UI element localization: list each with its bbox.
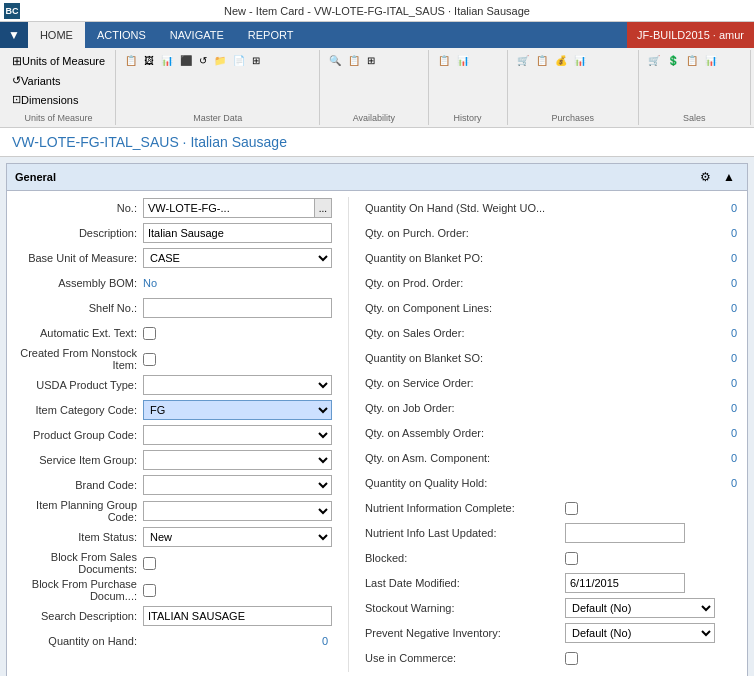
checkbox-block-purchase[interactable] (143, 584, 156, 597)
checkbox-use-in-commerce[interactable] (565, 652, 578, 665)
variants-btn[interactable]: ↺ Variants (8, 72, 65, 89)
value-qty-asm-component: 0 (565, 452, 741, 464)
sales-btn-2[interactable]: 💲 (664, 52, 682, 69)
field-qty-blanket-po: Quantity on Blanket PO: 0 (365, 247, 741, 269)
icon-btn-3[interactable]: 📊 (158, 52, 176, 69)
label-item-status: Item Status: (13, 531, 143, 543)
tab-home[interactable]: HOME (28, 22, 85, 48)
card-collapse-btn[interactable]: ▲ (719, 168, 739, 186)
icon-btn-7[interactable]: 📄 (230, 52, 248, 69)
input-shelf-no[interactable] (143, 298, 332, 318)
purch-btn-3[interactable]: 💰 (552, 52, 570, 69)
label-assembly-bom: Assembly BOM: (13, 277, 143, 289)
field-last-date-modified: Last Date Modified: (365, 572, 741, 594)
input-search-desc[interactable] (143, 606, 332, 626)
dimensions-btn[interactable]: ⊡ Dimensions (8, 91, 82, 108)
checkbox-nutrient-complete[interactable] (565, 502, 578, 515)
no-lookup-btn[interactable]: ... (314, 198, 332, 218)
field-use-in-commerce: Use in Commerce: (365, 647, 741, 669)
checkbox-created-nonstock[interactable] (143, 353, 156, 366)
label-search-desc: Search Description: (13, 610, 143, 622)
value-assembly-bom[interactable]: No (143, 277, 332, 289)
group-label-availability: Availability (326, 111, 421, 123)
select-prevent-negative[interactable]: Default (No) (565, 623, 715, 643)
value-qty-sales-order: 0 (565, 327, 741, 339)
form-col-right: Quantity On Hand (Std. Weight UO... 0 Qt… (348, 197, 741, 672)
icon-btn-2[interactable]: 🖼 (141, 52, 157, 69)
form-area: General ⚙ ▲ No.: ... (0, 157, 754, 676)
group-label-units: Units of Measure (25, 111, 93, 123)
label-description: Description: (13, 227, 143, 239)
label-item-category: Item Category Code: (13, 404, 143, 416)
units-of-measure-btn[interactable]: ⊞ Units of Measure (8, 52, 109, 70)
ribbon-dropdown-btn[interactable]: ▼ (0, 22, 28, 48)
checkbox-auto-ext-text[interactable] (143, 327, 156, 340)
label-block-purchase: Block From Purchase Docum...: (13, 578, 143, 602)
sales-btn-3[interactable]: 📋 (683, 52, 701, 69)
value-qty-on-hand: 0 (143, 635, 332, 647)
input-nutrient-updated[interactable] (565, 523, 685, 543)
value-qty-quality-hold: 0 (565, 477, 741, 489)
field-block-purchase: Block From Purchase Docum...: (13, 578, 332, 602)
avail-btn-2[interactable]: 📋 (345, 52, 363, 69)
sales-btn-1[interactable]: 🛒 (645, 52, 663, 69)
hist-btn-1[interactable]: 📋 (435, 52, 453, 69)
select-brand-code[interactable] (143, 475, 332, 495)
checkbox-block-sales[interactable] (143, 557, 156, 570)
label-prevent-negative: Prevent Negative Inventory: (365, 627, 565, 639)
label-qty-blanket-so: Quantity on Blanket SO: (365, 352, 565, 364)
icon-btn-1[interactable]: 📋 (122, 52, 140, 69)
field-prevent-negative: Prevent Negative Inventory: Default (No) (365, 622, 741, 644)
field-item-status: Item Status: New (13, 526, 332, 548)
units-btn-row: ⊞ Units of Measure (8, 52, 109, 70)
group-label-purchases: Purchases (514, 111, 633, 123)
sales-btn-4[interactable]: 📊 (702, 52, 720, 69)
select-item-status[interactable]: New (143, 527, 332, 547)
avail-btn-1[interactable]: 🔍 (326, 52, 344, 69)
field-stockout-warning: Stockout Warning: Default (No) (365, 597, 741, 619)
card-settings-btn[interactable]: ⚙ (696, 168, 715, 186)
general-card: General ⚙ ▲ No.: ... (6, 163, 748, 676)
select-planning-group[interactable] (143, 501, 332, 521)
ribbon-group-icons1: 📋 🖼 📊 ⬛ ↺ 📁 📄 ⊞ Master Data (118, 50, 320, 125)
select-product-group[interactable] (143, 425, 332, 445)
field-assembly-bom: Assembly BOM: No (13, 272, 332, 294)
icon-btn-4[interactable]: ⬛ (177, 52, 195, 69)
value-qty-blanket-so: 0 (565, 352, 741, 364)
tab-report[interactable]: REPORT (236, 22, 306, 48)
label-qty-purch-order: Qty. on Purch. Order: (365, 227, 565, 239)
label-qty-asm-component: Qty. on Asm. Component: (365, 452, 565, 464)
checkbox-blocked[interactable] (565, 552, 578, 565)
avail-btn-3[interactable]: ⊞ (364, 52, 378, 69)
icon-btn-6[interactable]: 📁 (211, 52, 229, 69)
field-description: Description: (13, 222, 332, 244)
select-service-item-group[interactable] (143, 450, 332, 470)
purch-btn-1[interactable]: 🛒 (514, 52, 532, 69)
purch-btn-2[interactable]: 📋 (533, 52, 551, 69)
label-use-in-commerce: Use in Commerce: (365, 652, 565, 664)
field-item-category: Item Category Code: FG (13, 399, 332, 421)
label-created-nonstock: Created From Nonstock Item: (13, 347, 143, 371)
field-blocked: Blocked: (365, 547, 741, 569)
input-no-wrapper: ... (143, 198, 332, 218)
icon-btn-5[interactable]: ↺ (196, 52, 210, 69)
label-base-uom: Base Unit of Measure: (13, 252, 143, 264)
input-description[interactable] (143, 223, 332, 243)
input-last-date-modified[interactable] (565, 573, 685, 593)
tab-actions[interactable]: ACTIONS (85, 22, 158, 48)
field-brand-code: Brand Code: (13, 474, 332, 496)
select-stockout-warning[interactable]: Default (No) (565, 598, 715, 618)
window-title: New - Item Card - VW-LOTE-FG-ITAL_SAUS ·… (224, 5, 530, 17)
label-auto-ext-text: Automatic Ext. Text: (13, 327, 143, 339)
group-label-sales: Sales (645, 111, 744, 123)
tab-navigate[interactable]: NAVIGATE (158, 22, 236, 48)
select-base-uom[interactable]: CASE (143, 248, 332, 268)
purch-btn-4[interactable]: 📊 (571, 52, 589, 69)
select-usda-type[interactable] (143, 375, 332, 395)
icon-btn-8[interactable]: ⊞ (249, 52, 263, 69)
hist-btn-2[interactable]: 📊 (454, 52, 472, 69)
field-search-desc: Search Description: (13, 605, 332, 627)
input-no[interactable] (143, 198, 314, 218)
select-item-category[interactable]: FG (143, 400, 332, 420)
label-brand-code: Brand Code: (13, 479, 143, 491)
